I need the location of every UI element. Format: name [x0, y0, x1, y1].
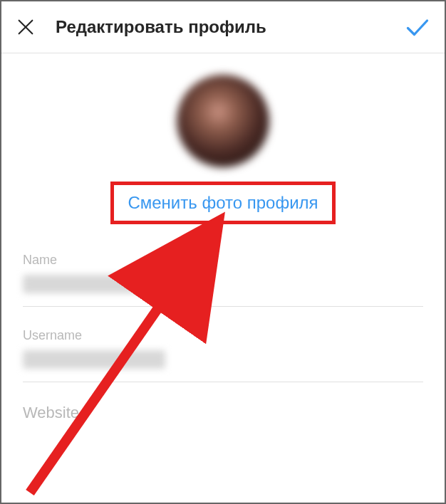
profile-section: Сменить фото профиля — [1, 53, 445, 238]
website-label: Website — [1, 404, 445, 422]
name-field-group: Name — [23, 253, 423, 307]
name-label: Name — [23, 253, 423, 268]
change-photo-link[interactable]: Сменить фото профиля — [115, 186, 331, 220]
name-input[interactable] — [23, 275, 180, 293]
avatar[interactable] — [177, 75, 269, 167]
header: Редактировать профиль — [1, 1, 445, 53]
page-title: Редактировать профиль — [36, 17, 405, 37]
username-input[interactable] — [23, 350, 165, 369]
username-field-group: Username — [23, 328, 423, 382]
username-label: Username — [23, 328, 423, 343]
close-icon[interactable] — [16, 17, 36, 37]
form-fields: Name Username — [1, 238, 445, 382]
confirm-check-icon[interactable] — [405, 14, 430, 40]
